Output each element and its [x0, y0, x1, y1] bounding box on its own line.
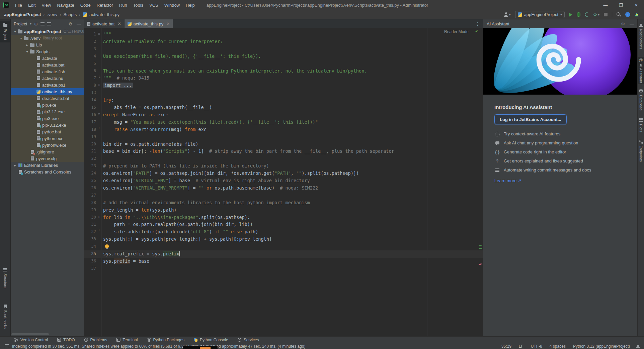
tool-tab-structure[interactable]: Structure	[0, 266, 10, 291]
line-number[interactable]: 31	[84, 222, 96, 227]
line-number[interactable]: 24	[84, 171, 96, 176]
fold-marker-icon[interactable]: ⊟	[97, 32, 101, 35]
code-line[interactable]: 22	[84, 155, 483, 162]
code-line[interactable]: 7└""" # noqa: D415	[84, 75, 483, 82]
code-line[interactable]: 23# prepend bin to PATH (this file is in…	[84, 162, 483, 170]
line-number[interactable]: 3	[84, 46, 96, 51]
code-line[interactable]: 19	[84, 133, 483, 141]
fold-marker-icon[interactable]: ⊟	[97, 112, 101, 116]
code-line[interactable]: 36sys.prefix = base	[84, 258, 483, 265]
code-line[interactable]: 18└ raise AssertionError(msg) from exc	[84, 126, 483, 133]
status-line-separator[interactable]: LF	[519, 344, 524, 349]
coverage-button[interactable]	[585, 12, 589, 17]
tool-window-button-python-packages[interactable]: Python Packages	[147, 338, 184, 342]
code-line[interactable]: 20bin_dir = os.path.dirname(abs_file)	[84, 141, 483, 148]
tool-window-button-services[interactable]: Services	[237, 338, 259, 342]
menu-view[interactable]: View	[38, 3, 54, 8]
search-everywhere-button[interactable]	[617, 12, 621, 17]
line-number[interactable]: 18	[84, 127, 96, 132]
code-line[interactable]: 26os.environ["VIRTUAL_ENV_PROMPT"] = "" …	[84, 185, 483, 192]
menu-help[interactable]: Help	[183, 3, 198, 8]
code-line[interactable]: 32└ site.addsitedir(path.decode("utf-8")…	[84, 228, 483, 236]
line-number[interactable]: 22	[84, 156, 96, 161]
line-number[interactable]: 16	[84, 112, 96, 117]
line-number[interactable]: 13	[84, 90, 96, 95]
code-line[interactable]: 16⊟except NameError as exc:	[84, 111, 483, 119]
gem-icon[interactable]	[635, 13, 639, 16]
tree-item[interactable]: activate.nu	[11, 75, 84, 82]
tool-tab-notifications[interactable]: Notifications	[638, 22, 644, 50]
fold-marker-icon[interactable]: └	[97, 76, 101, 79]
breadcrumb-item[interactable]: appEngineProject	[4, 12, 41, 17]
menu-run[interactable]: Run	[116, 3, 130, 8]
fold-marker-icon[interactable]: ⊟	[97, 215, 101, 219]
line-number[interactable]: 15	[84, 105, 96, 110]
intention-bulb-icon[interactable]	[105, 244, 109, 248]
code-line[interactable]: 27	[84, 192, 483, 199]
tree-item[interactable]: python.exe	[11, 135, 84, 142]
tree-item[interactable]: pyvenv.cfg	[11, 155, 84, 162]
line-number[interactable]: 4	[84, 54, 96, 59]
editor-tab-activate.bat[interactable]: activate.bat✕	[84, 19, 124, 28]
close-icon[interactable]: ✕	[118, 21, 121, 26]
line-number[interactable]: 2	[84, 39, 96, 44]
run-button[interactable]	[569, 13, 572, 17]
update-button[interactable]: ↑	[625, 12, 630, 17]
fold-marker-icon[interactable]: └	[97, 229, 101, 233]
line-number[interactable]: 20	[84, 142, 96, 146]
code-line[interactable]: 15 abs_file = os.path.abspath(__file__)	[84, 104, 483, 111]
tool-tab-ai-assistant[interactable]: @AI Assistant	[638, 57, 644, 84]
status-file-encoding[interactable]: UTF-8	[531, 344, 542, 349]
close-button[interactable]: ✕	[629, 0, 644, 10]
line-number[interactable]: 37	[84, 266, 96, 271]
minimize-button[interactable]: —	[598, 0, 613, 10]
bell-icon[interactable]	[636, 345, 640, 349]
gear-icon[interactable]: ⚙	[68, 22, 72, 26]
tool-tab-bookmarks[interactable]: Bookmarks	[0, 302, 10, 331]
tree-item[interactable]: activate.ps1	[11, 82, 84, 88]
tool-window-button-problems[interactable]: Problems	[84, 338, 107, 342]
breadcrumb-item[interactable]: Scripts	[64, 12, 77, 17]
code-line[interactable]: 4Use exec(open(this_file).read(), {'__fi…	[84, 53, 483, 60]
code-line[interactable]: 30⊟for lib in "..\\Lib\\site-packages".s…	[84, 214, 483, 221]
line-number[interactable]: 5	[84, 61, 96, 66]
fold-marker-icon[interactable]: ⊞	[97, 83, 101, 87]
line-number[interactable]: 26	[84, 186, 96, 190]
tool-tab-endpoints[interactable]: Endpoints	[638, 138, 644, 163]
line-number[interactable]: 14	[84, 98, 96, 102]
line-number[interactable]: 21	[84, 149, 96, 153]
status-python-interpreter[interactable]: Python 3.12 (appEngineProject)	[573, 344, 630, 349]
line-number[interactable]: 27	[84, 193, 96, 198]
code-line[interactable]: 34	[84, 243, 483, 250]
tool-window-button-terminal[interactable]: Terminal	[116, 338, 138, 342]
debug-button[interactable]	[577, 12, 580, 17]
tree-item[interactable]: Scratches and Consoles	[11, 168, 84, 175]
code-line[interactable]: 8⊞import ...	[84, 82, 483, 89]
line-number[interactable]: 23	[84, 163, 96, 168]
line-number[interactable]: 17	[84, 120, 96, 124]
chevron-down-icon[interactable]: ▾	[19, 36, 23, 40]
chevron-right-icon[interactable]: ▸	[25, 43, 29, 47]
line-number[interactable]: 7	[84, 76, 96, 80]
tree-item[interactable]: ▸Lib	[11, 41, 84, 48]
tree-item[interactable]: pythonw.exe	[11, 142, 84, 148]
code-line[interactable]: 14try:	[84, 97, 483, 104]
code-line[interactable]: 21base = bin_dir[: -len("Scripts") - 1] …	[84, 148, 483, 155]
menu-navigate[interactable]: Navigate	[54, 3, 77, 8]
code-line[interactable]: 2Activate virtualenv for current interpr…	[84, 38, 483, 45]
tool-tab-plots[interactable]: Plots	[638, 117, 644, 133]
code-area[interactable]: 1⊟"""2Activate virtualenv for current in…	[84, 28, 483, 336]
menu-vcs[interactable]: VCS	[146, 3, 161, 8]
tree-item[interactable]: activate	[11, 55, 84, 62]
chevron-down-icon[interactable]: ▾	[30, 22, 31, 25]
gear-icon[interactable]: ⚙	[621, 21, 625, 26]
line-number[interactable]: 30	[84, 215, 96, 220]
menu-code[interactable]: Code	[77, 3, 94, 8]
menu-file[interactable]: File	[12, 3, 25, 8]
tree-item[interactable]: ▾appEngineProjectC:\Users\User\PycharmPr…	[11, 28, 84, 35]
line-number[interactable]: 6	[84, 69, 96, 73]
line-number[interactable]: 8	[84, 83, 96, 88]
editor[interactable]: activate.bat✕activate_this.py✕ ⋮ 1⊟"""2A…	[84, 19, 483, 336]
line-number[interactable]: 32	[84, 229, 96, 234]
code-line[interactable]: 1⊟"""	[84, 31, 483, 38]
